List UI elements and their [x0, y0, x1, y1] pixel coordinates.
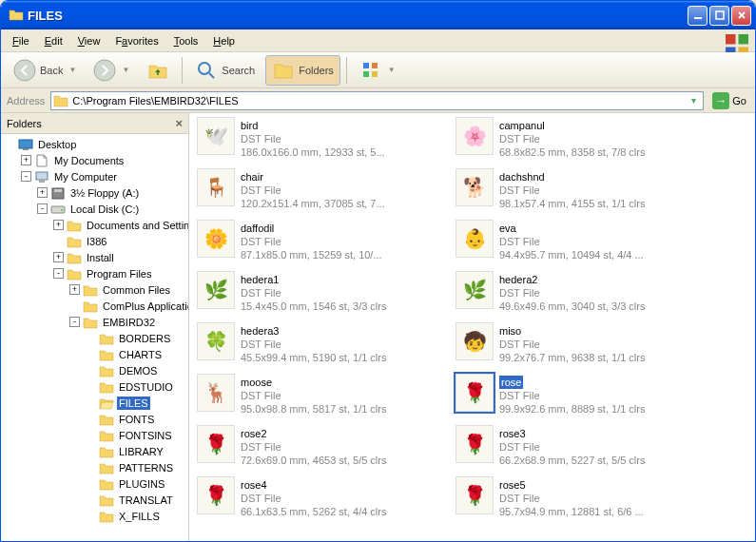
maximize-button[interactable]: [709, 6, 729, 26]
file-meta: mooseDST File95.0x98.8 mm, 5817 st, 1/1 …: [241, 374, 448, 416]
tree-item[interactable]: TRANSLAT: [1, 492, 188, 508]
file-item[interactable]: 🌹rose3DST File66.2x68.9 mm, 5227 st, 5/5…: [456, 425, 707, 473]
file-meta: roseDST File99.9x92.6 mm, 8889 st, 1/1 c…: [499, 374, 707, 416]
tree-item[interactable]: FILES: [1, 395, 188, 411]
files-panel[interactable]: 🕊️birdDST File186.0x166.0 mm, 12933 st, …: [189, 113, 755, 541]
search-button[interactable]: Search: [188, 55, 262, 86]
file-meta: evaDST File94.4x95.7 mm, 10494 st, 4/4 .…: [499, 220, 707, 261]
menu-help[interactable]: Help: [205, 33, 242, 48]
tree-item[interactable]: FONTS: [1, 411, 188, 427]
menu-file[interactable]: File: [5, 33, 37, 48]
views-button[interactable]: ▼: [353, 55, 402, 86]
tree-item[interactable]: ComPlus Applications: [1, 298, 188, 314]
tree-item[interactable]: DEMOS: [1, 362, 188, 378]
file-meta: rose4DST File66.1x63.5 mm, 5262 st, 4/4 …: [241, 476, 448, 518]
tree-toggle[interactable]: -: [21, 171, 31, 182]
up-button[interactable]: [140, 55, 176, 86]
menu-edit[interactable]: Edit: [37, 33, 70, 48]
file-item[interactable]: 🌹rose2DST File72.6x69.0 mm, 4653 st, 5/5…: [197, 425, 448, 473]
file-item[interactable]: 🌹rose5DST File95.7x94.9 mm, 12881 st, 6/…: [456, 476, 707, 524]
tree-item-label: ComPlus Applications: [101, 300, 188, 313]
file-meta: campanulDST File68.8x82.5 mm, 8358 st, 7…: [499, 117, 707, 159]
tree-toggle[interactable]: -: [37, 203, 48, 214]
tree-item[interactable]: Desktop: [1, 136, 188, 152]
drive-icon: [50, 203, 66, 216]
file-name: hedera2: [499, 273, 707, 286]
folders-panel: Folders × Desktop+My Documents-My Comput…: [1, 113, 189, 541]
tree-item[interactable]: FONTSINS: [1, 427, 188, 443]
tree-item[interactable]: EDSTUDIO: [1, 378, 188, 395]
tree-item[interactable]: +Install: [1, 249, 188, 265]
file-thumbnail: 🌹: [456, 425, 494, 463]
file-name: rose2: [241, 427, 448, 440]
tree-item[interactable]: -My Computer: [1, 168, 188, 184]
file-item[interactable]: 🦌mooseDST File95.0x98.8 mm, 5817 st, 1/1…: [197, 374, 448, 421]
tree-item[interactable]: -Local Disk (C:): [1, 201, 188, 217]
go-button[interactable]: → Go: [708, 89, 751, 112]
tree-toggle[interactable]: +: [37, 187, 48, 198]
file-type: DST File: [499, 286, 707, 300]
file-stats: 99.9x92.6 mm, 8889 st, 1/1 clrs: [499, 402, 707, 416]
tree-toggle[interactable]: +: [69, 284, 80, 295]
tree-item[interactable]: +My Documents: [1, 152, 188, 168]
file-item[interactable]: 🧒misoDST File99.2x76.7 mm, 9638 st, 1/1 …: [456, 322, 707, 370]
titlebar[interactable]: FILES: [1, 1, 755, 29]
tree-item[interactable]: -Program Files: [1, 265, 188, 281]
file-stats: 98.1x57.4 mm, 4155 st, 1/1 clrs: [499, 197, 707, 210]
file-item[interactable]: 🐕dachshndDST File98.1x57.4 mm, 4155 st, …: [456, 168, 707, 216]
file-item[interactable]: 🌿hedera2DST File49.6x49.6 mm, 3040 st, 3…: [456, 271, 707, 319]
tree-item[interactable]: +3½ Floppy (A:): [1, 184, 188, 201]
tree-item[interactable]: +Documents and Settings: [1, 217, 188, 233]
toolbar-separator: [346, 57, 347, 84]
file-item[interactable]: 🌿hedera1DST File15.4x45.0 mm, 1546 st, 3…: [197, 271, 448, 319]
file-item[interactable]: 🌸campanulDST File68.8x82.5 mm, 8358 st, …: [456, 117, 707, 165]
tree-item[interactable]: X_FILLS: [1, 508, 188, 524]
tree-toggle[interactable]: -: [53, 268, 64, 279]
tree-item[interactable]: PATTERNS: [1, 459, 188, 475]
tree-item-label: FONTSINS: [117, 429, 174, 442]
file-thumbnail: 🌹: [456, 374, 494, 412]
folders-button[interactable]: Folders: [265, 55, 340, 86]
file-meta: rose2DST File72.6x69.0 mm, 4653 st, 5/5 …: [241, 425, 448, 467]
chevron-down-icon: ▼: [122, 66, 129, 74]
tree-item[interactable]: +Common Files: [1, 281, 188, 298]
tree-item-label: Install: [85, 251, 116, 264]
folder-icon: [99, 429, 114, 442]
menu-tools[interactable]: Tools: [166, 33, 206, 48]
tree-item-label: PATTERNS: [117, 461, 175, 474]
tree-item[interactable]: I386: [1, 233, 188, 249]
address-input-container[interactable]: ▾: [50, 91, 704, 110]
tree-item[interactable]: CHARTS: [1, 346, 188, 362]
tree-item-label: PLUGINS: [117, 477, 166, 491]
file-item[interactable]: 🍀hedera3DST File45.5x99.4 mm, 5190 st, 1…: [197, 322, 448, 370]
file-item[interactable]: 🕊️birdDST File186.0x166.0 mm, 12933 st, …: [197, 117, 448, 165]
minimize-button[interactable]: [688, 6, 708, 26]
tree-toggle[interactable]: +: [53, 252, 64, 262]
views-icon: [359, 59, 382, 82]
close-button[interactable]: [731, 6, 751, 26]
file-stats: 99.2x76.7 mm, 9638 st, 1/1 clrs: [499, 351, 707, 364]
address-dropdown-icon[interactable]: ▾: [686, 95, 701, 106]
svg-rect-9: [363, 63, 369, 68]
file-item[interactable]: 🌹roseDST File99.9x92.6 mm, 8889 st, 1/1 …: [456, 374, 707, 421]
tree-toggle[interactable]: -: [69, 317, 80, 327]
tree-item[interactable]: BORDERS: [1, 330, 188, 346]
mycomp-icon: [34, 170, 49, 184]
file-item[interactable]: 👶evaDST File94.4x95.7 mm, 10494 st, 4/4 …: [456, 220, 707, 267]
tree-item[interactable]: PLUGINS: [1, 475, 188, 492]
file-item[interactable]: 🪑chairDST File120.2x151.4 mm, 37085 st, …: [197, 168, 448, 216]
tree-toggle[interactable]: +: [21, 155, 31, 165]
file-stats: 66.1x63.5 mm, 5262 st, 4/4 clrs: [241, 505, 448, 518]
tree-toggle[interactable]: +: [53, 220, 64, 230]
tree-item[interactable]: -EMBIRD32: [1, 314, 188, 330]
forward-button[interactable]: ▼: [87, 55, 136, 86]
tree-item[interactable]: LIBRARY: [1, 443, 188, 459]
address-input[interactable]: [68, 95, 686, 106]
menu-favorites[interactable]: Favorites: [107, 33, 165, 48]
back-button[interactable]: Back ▼: [7, 55, 83, 86]
menu-view[interactable]: View: [70, 33, 108, 48]
file-item[interactable]: 🌹rose4DST File66.1x63.5 mm, 5262 st, 4/4…: [197, 476, 448, 524]
tree-scroll[interactable]: Desktop+My Documents-My Computer+3½ Flop…: [1, 134, 188, 541]
file-item[interactable]: 🌼daffodilDST File87.1x85.0 mm, 15259 st,…: [197, 220, 448, 267]
close-panel-button[interactable]: ×: [175, 116, 183, 130]
